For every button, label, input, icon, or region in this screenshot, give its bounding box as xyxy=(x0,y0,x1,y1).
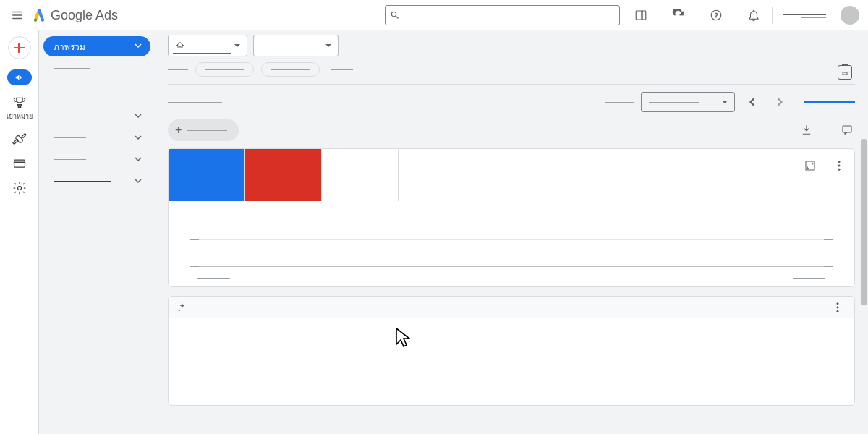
metric-tab-4[interactable] xyxy=(399,149,475,201)
card-icon xyxy=(12,156,27,171)
gear-icon xyxy=(12,181,27,195)
app-header: Google Ads ? xyxy=(0,0,868,30)
expand-chart-icon[interactable] xyxy=(802,158,818,174)
svg-point-11 xyxy=(838,161,840,163)
svg-point-16 xyxy=(837,310,838,312)
megaphone-icon xyxy=(7,69,32,85)
filter-chip-1[interactable] xyxy=(195,62,254,77)
svg-rect-8 xyxy=(843,72,847,75)
account-select[interactable] xyxy=(168,35,247,56)
nav-overview-label: ภาพรวม xyxy=(54,40,85,54)
rail-tools[interactable] xyxy=(6,132,33,146)
nav-item-3[interactable] xyxy=(43,106,150,126)
date-range-select[interactable] xyxy=(641,92,735,112)
filter-chip-2[interactable] xyxy=(261,62,320,77)
svg-point-12 xyxy=(838,165,840,166)
section-nav: ภาพรวม xyxy=(39,30,155,434)
plus-icon: + xyxy=(175,124,182,137)
search-icon xyxy=(390,10,400,20)
chart-x-axis xyxy=(169,278,854,286)
nav-item-1[interactable] xyxy=(43,58,150,78)
svg-rect-1 xyxy=(636,11,646,20)
svg-point-13 xyxy=(838,169,840,170)
rail-admin[interactable] xyxy=(6,181,33,195)
refresh-icon[interactable] xyxy=(671,7,686,23)
svg-rect-5 xyxy=(14,160,25,167)
left-rail: เป้าหมาย xyxy=(0,30,39,434)
header-actions: ? xyxy=(633,7,762,23)
nav-item-4[interactable] xyxy=(43,127,150,148)
more-vert-icon[interactable] xyxy=(830,299,846,315)
search-input[interactable] xyxy=(385,5,620,25)
chevron-down-icon xyxy=(135,41,142,51)
chart-area xyxy=(169,201,854,278)
chips-more[interactable] xyxy=(331,69,353,70)
save-layout-icon[interactable] xyxy=(838,65,852,80)
nav-overview[interactable]: ภาพรวม xyxy=(43,36,150,56)
create-button[interactable] xyxy=(8,36,31,59)
download-icon[interactable] xyxy=(799,122,814,138)
sparkle-icon xyxy=(177,302,187,312)
metric-tab-3[interactable] xyxy=(322,149,399,201)
dropdown-icon xyxy=(721,95,728,109)
help-icon[interactable]: ? xyxy=(708,7,724,23)
page-title xyxy=(168,102,222,103)
divider xyxy=(168,84,855,85)
svg-rect-2 xyxy=(642,11,643,20)
date-range-row xyxy=(168,92,855,112)
svg-rect-9 xyxy=(843,126,851,132)
metric-tab-1[interactable] xyxy=(169,149,245,201)
filter-chips xyxy=(168,62,855,77)
nav-item-5[interactable] xyxy=(43,149,150,169)
rail-billing[interactable] xyxy=(6,156,33,171)
add-card-button[interactable]: + xyxy=(168,119,239,141)
dropdown-icon xyxy=(325,39,332,52)
feedback-icon[interactable] xyxy=(839,122,855,138)
header-divider xyxy=(772,7,773,24)
svg-point-0 xyxy=(34,19,37,22)
scope-controls xyxy=(168,35,855,56)
nav-item-6[interactable] xyxy=(43,171,150,191)
nav-item-2[interactable] xyxy=(43,80,150,100)
svg-point-14 xyxy=(837,302,838,304)
chips-label xyxy=(168,69,188,70)
home-icon xyxy=(176,41,184,50)
product-logo[interactable]: Google Ads xyxy=(32,8,118,23)
avatar[interactable] xyxy=(841,6,859,25)
nav-item-7[interactable] xyxy=(43,192,150,213)
card2-title xyxy=(195,307,252,307)
scrollbar[interactable] xyxy=(859,30,868,434)
date-prev-button[interactable] xyxy=(742,92,762,112)
main-content: + xyxy=(155,30,868,434)
campaign-select[interactable] xyxy=(253,35,339,56)
rail-campaigns[interactable] xyxy=(6,69,33,85)
hamburger-menu-icon[interactable] xyxy=(9,7,26,24)
metric-tab-2[interactable] xyxy=(245,149,322,201)
rail-goals-label: เป้าหมาย xyxy=(7,111,33,122)
date-next-button[interactable] xyxy=(770,92,790,112)
performance-card xyxy=(168,148,855,287)
ads-logo-icon xyxy=(32,8,46,22)
trophy-icon xyxy=(12,95,27,110)
more-vert-icon[interactable] xyxy=(831,158,847,174)
account-switcher[interactable] xyxy=(783,12,826,18)
recommendations-card xyxy=(168,296,855,406)
rail-goals[interactable]: เป้าหมาย xyxy=(6,95,33,122)
reports-icon[interactable] xyxy=(633,7,649,23)
notifications-icon[interactable] xyxy=(746,7,762,23)
svg-point-15 xyxy=(837,306,838,307)
product-name: Google Ads xyxy=(51,8,118,23)
tools-icon xyxy=(12,132,27,146)
dropdown-icon xyxy=(234,39,241,52)
svg-point-7 xyxy=(17,187,21,190)
active-indicator xyxy=(804,101,855,103)
svg-rect-6 xyxy=(14,162,25,163)
svg-text:?: ? xyxy=(715,12,718,19)
